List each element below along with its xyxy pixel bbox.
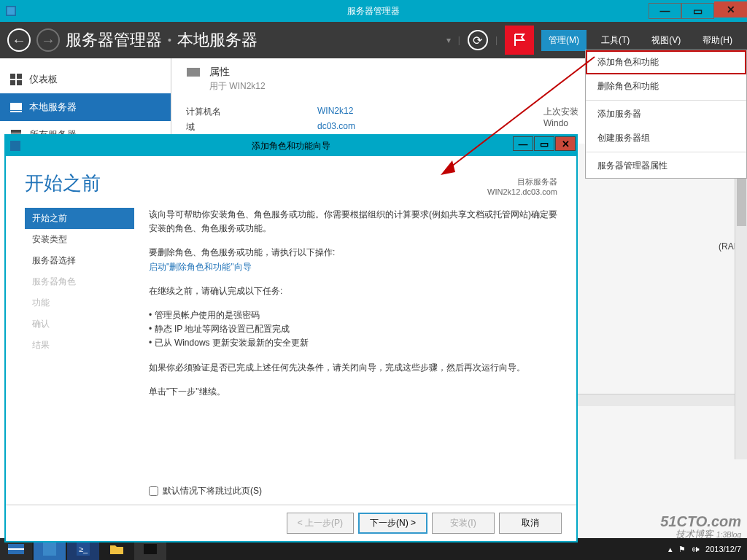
svg-rect-19: [144, 544, 157, 554]
properties-heading: 属性: [209, 66, 266, 79]
dashboard-icon: [10, 74, 22, 85]
dropdown-add-servers[interactable]: 添加服务器: [586, 102, 746, 126]
svg-text:≥_: ≥_: [79, 545, 88, 553]
menu-tools[interactable]: 工具(T): [594, 30, 637, 51]
svg-rect-3: [17, 74, 22, 79]
menu-manage[interactable]: 管理(M): [541, 30, 587, 51]
wizard-tasks-intro: 在继续之前，请确认完成以下任务:: [149, 284, 557, 298]
window-title: 服务器管理器: [347, 5, 400, 18]
folder-icon: [109, 543, 124, 555]
wizard-remove-link[interactable]: 启动"删除角色和功能"向导: [149, 262, 252, 272]
step-server-select[interactable]: 服务器选择: [25, 250, 134, 271]
notifications-flag-button[interactable]: [505, 26, 534, 55]
dropdown-sep: [586, 100, 746, 101]
wizard-next-note: 单击"下一步"继续。: [149, 385, 557, 399]
dropdown-sep2: [586, 152, 746, 152]
header-sep: |: [458, 35, 460, 45]
watermark: 51CTO.com 技术博客 1:3Blog: [660, 513, 741, 540]
wizard-close-button[interactable]: ✕: [555, 136, 576, 151]
wizard-skip-checkbox[interactable]: [149, 486, 158, 496]
svg-rect-2: [10, 74, 15, 79]
sidebar-local-label: 本地服务器: [29, 101, 77, 114]
wizard-minimize-button[interactable]: —: [513, 136, 533, 151]
window-controls: — ▭ ✕: [649, 1, 747, 20]
wizard-verify-note: 如果你必须验证是否已完成上述任何先决条件，请关闭向导，完成这些步骤，然后再次运行…: [149, 361, 557, 375]
wizard-intro: 该向导可帮助你安装角色、角色服务或功能。你需要根据组织的计算要求(例如共享文档或…: [149, 208, 557, 236]
dropdown-create-group[interactable]: 创建服务器组: [586, 126, 746, 150]
start-icon: [8, 542, 24, 556]
wizard-skip-row: 默认情况下将跳过此页(S): [6, 485, 576, 497]
step-server-roles: 服务器角色: [25, 271, 134, 292]
breadcrumb-sep: •: [168, 34, 171, 46]
refresh-button[interactable]: ⟳: [468, 30, 488, 50]
minimize-button[interactable]: —: [649, 3, 681, 19]
breadcrumb-app: 服务器管理器: [66, 29, 162, 51]
breadcrumb-chevron: ▾: [446, 35, 451, 45]
server-icon: [186, 66, 201, 80]
step-install-type[interactable]: 安装类型: [25, 229, 134, 250]
wizard-skip-label: 默认情况下将跳过此页(S): [163, 485, 262, 497]
sidebar-local-server[interactable]: 本地服务器: [0, 93, 171, 121]
wizard-title: 添加角色和功能向导: [252, 140, 330, 152]
add-roles-wizard: 添加角色和功能向导 — ▭ ✕ 开始之前 目标服务器 WIN2k12.dc03.…: [4, 134, 578, 542]
dropdown-manager-props[interactable]: 服务器管理器属性: [586, 154, 746, 178]
tray-chevron-up-icon[interactable]: ▴: [668, 545, 673, 554]
sidebar-dashboard[interactable]: 仪表板: [0, 66, 171, 93]
wizard-target-label: 目标服务器: [487, 176, 557, 187]
sidebar-dashboard-label: 仪表板: [29, 73, 58, 86]
computer-name-label: 计算机名: [186, 106, 317, 118]
header-sep2: |: [495, 35, 498, 45]
wizard-install-button: 安装(I): [432, 513, 495, 534]
wizard-content: 该向导可帮助你安装角色、角色服务或功能。你需要根据组织的计算要求(例如共享文档或…: [134, 208, 557, 478]
wizard-task-2: 静态 IP 地址等网络设置已配置完成: [149, 322, 557, 336]
last-installed-label: 上次安装: [543, 106, 578, 118]
wizard-app-icon: [10, 141, 20, 151]
wizard-task-1: 管理员帐户使用的是强密码: [149, 308, 557, 322]
close-button[interactable]: ✕: [714, 1, 747, 18]
flag-icon: [512, 33, 527, 47]
step-confirm: 确认: [25, 314, 134, 335]
wizard-task-list: 管理员帐户使用的是强密码 静态 IP 地址等网络设置已配置完成 已从 Windo…: [149, 308, 557, 351]
wizard-target-server: 目标服务器 WIN2k12.dc03.com: [487, 176, 557, 196]
wizard-cancel-button[interactable]: 取消: [499, 513, 562, 534]
svg-rect-16: [43, 542, 56, 556]
svg-rect-4: [10, 80, 15, 85]
svg-rect-12: [10, 141, 20, 151]
computer-name-value[interactable]: WIN2k12: [317, 106, 353, 118]
server-mgr-icon: [43, 542, 56, 556]
wizard-target-value: WIN2k12.dc03.com: [487, 187, 557, 196]
domain-value[interactable]: dc03.com: [317, 121, 355, 133]
domain-label: 域: [186, 121, 317, 133]
wizard-maximize-button[interactable]: ▭: [534, 136, 554, 151]
breadcrumb: 服务器管理器 • 本地服务器: [66, 29, 446, 51]
wizard-header: 开始之前 目标服务器 WIN2k12.dc03.com: [6, 156, 576, 203]
wizard-body: 开始之前 安装类型 服务器选择 服务器角色 功能 确认 结果 该向导可帮助你安装…: [6, 203, 576, 485]
wizard-task-3: 已从 Windows 更新安装最新的安全更新: [149, 336, 557, 350]
server-icon: [10, 101, 22, 113]
wizard-prev-button: < 上一步(P): [287, 513, 354, 534]
back-button[interactable]: ←: [7, 28, 31, 52]
tray-flag-icon[interactable]: ⚑: [678, 545, 686, 554]
taskbar-clock[interactable]: 2013/12/7: [705, 545, 741, 553]
maximize-button[interactable]: ▭: [681, 3, 714, 19]
dropdown-remove-roles[interactable]: 删除角色和功能: [586, 74, 746, 98]
svg-rect-11: [187, 68, 200, 77]
tray-network-icon[interactable]: 🕪: [692, 545, 700, 553]
cmd-icon: [144, 544, 157, 554]
wizard-page-title: 开始之前: [25, 171, 487, 196]
watermark-main: 51CTO.com: [660, 513, 741, 529]
powershell-icon: ≥_: [77, 542, 90, 556]
manage-dropdown: 添加角色和功能 删除角色和功能 添加服务器 创建服务器组 服务器管理器属性: [585, 50, 747, 179]
step-results: 结果: [25, 335, 134, 356]
svg-rect-1: [7, 7, 15, 15]
menu-view[interactable]: 视图(V): [644, 30, 688, 51]
dropdown-add-roles[interactable]: 添加角色和功能: [586, 50, 746, 74]
svg-rect-5: [17, 80, 22, 85]
wizard-titlebar: 添加角色和功能向导 — ▭ ✕: [6, 136, 576, 156]
wizard-next-button[interactable]: 下一步(N) >: [358, 513, 427, 534]
step-before[interactable]: 开始之前: [25, 208, 134, 229]
menu-help[interactable]: 帮助(H): [695, 30, 740, 51]
windows-label: Windo: [543, 118, 578, 128]
svg-rect-7: [10, 111, 22, 112]
svg-rect-8: [11, 130, 21, 133]
